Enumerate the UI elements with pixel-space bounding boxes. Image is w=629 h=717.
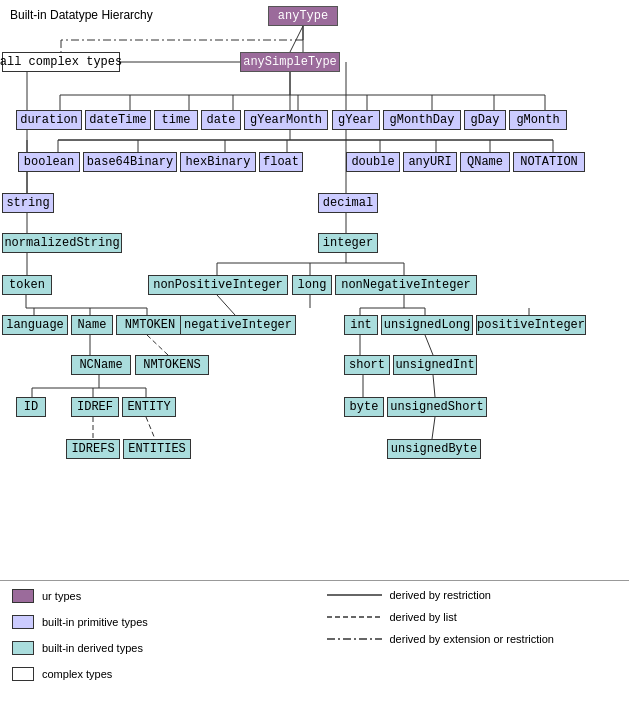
node-NCName: NCName [71, 355, 131, 375]
legend-solid-label: derived by restriction [390, 589, 492, 601]
legend-primitive-types: built-in primitive types [12, 615, 303, 629]
legend-complex-label: complex types [42, 668, 112, 680]
legend-right-column: derived by restriction derived by list d… [315, 581, 630, 717]
node-boolean: boolean [18, 152, 80, 172]
node-anyURI: anyURI [403, 152, 457, 172]
node-byte: byte [344, 397, 384, 417]
node-token: token [2, 275, 52, 295]
node-base64Binary: base64Binary [83, 152, 177, 172]
legend-derived-types: built-in derived types [12, 641, 303, 655]
node-Name: Name [71, 315, 113, 335]
node-ENTITY: ENTITY [122, 397, 176, 417]
node-anySimpleType: anySimpleType [240, 52, 340, 72]
node-anyType: anyType [268, 6, 338, 26]
legend-ur-types: ur types [12, 589, 303, 603]
node-short: short [344, 355, 390, 375]
node-NOTATION: NOTATION [513, 152, 585, 172]
legend-derived-label: built-in derived types [42, 642, 143, 654]
node-gMonthDay: gMonthDay [383, 110, 461, 130]
node-gYear: gYear [332, 110, 380, 130]
node-normalizedString: normalizedString [2, 233, 122, 253]
node-hexBinary: hexBinary [180, 152, 256, 172]
node-ID: ID [16, 397, 46, 417]
legend-dash-dot-line: derived by extension or restriction [327, 633, 618, 645]
legend-complex-types: complex types [12, 667, 303, 681]
node-unsignedLong: unsignedLong [381, 315, 473, 335]
svg-line-50 [147, 335, 168, 355]
legend-ur-label: ur types [42, 590, 81, 602]
node-IDREF: IDREF [71, 397, 119, 417]
node-dateTime: dateTime [85, 110, 151, 130]
node-IDREFS: IDREFS [66, 439, 120, 459]
legend-solid-line: derived by restriction [327, 589, 618, 601]
node-date: date [201, 110, 241, 130]
svg-line-69 [290, 26, 303, 52]
legend-dash-dot-label: derived by extension or restriction [390, 633, 554, 645]
node-NMTOKEN: NMTOKEN [116, 315, 184, 335]
legend-solid-line-icon [327, 589, 382, 601]
svg-line-66 [425, 335, 433, 355]
node-duration: duration [16, 110, 82, 130]
svg-line-67 [433, 375, 435, 397]
legend-dash-dot-line-icon [327, 633, 382, 645]
node-nonNegativeInteger: nonNegativeInteger [335, 275, 477, 295]
node-unsignedInt: unsignedInt [393, 355, 477, 375]
node-positiveInteger: positiveInteger [476, 315, 586, 335]
legend-box-ur [12, 589, 34, 603]
node-gDay: gDay [464, 110, 506, 130]
legend-dashed-line: derived by list [327, 611, 618, 623]
node-language: language [2, 315, 68, 335]
node-string: string [2, 193, 54, 213]
legend-box-primitive [12, 615, 34, 629]
node-int: int [344, 315, 378, 335]
svg-line-49 [146, 417, 155, 439]
node-allComplexTypes: all complex types [2, 52, 120, 72]
node-NMTOKENS: NMTOKENS [135, 355, 209, 375]
svg-line-3 [290, 26, 303, 52]
legend-box-derived [12, 641, 34, 655]
diagram-title: Built-in Datatype Hierarchy [10, 8, 153, 22]
legend-dashed-line-icon [327, 611, 382, 623]
node-negativeInteger: negativeInteger [180, 315, 296, 335]
node-gMonth: gMonth [509, 110, 567, 130]
svg-line-68 [432, 417, 435, 439]
node-unsignedByte: unsignedByte [387, 439, 481, 459]
node-nonPositiveInteger: nonPositiveInteger [148, 275, 288, 295]
legend-left-column: ur types built-in primitive types built-… [0, 581, 315, 717]
node-integer: integer [318, 233, 378, 253]
diagram-container: Built-in Datatype Hierarchy [0, 0, 629, 580]
node-float: float [259, 152, 303, 172]
legend-box-complex [12, 667, 34, 681]
legend-primitive-label: built-in primitive types [42, 616, 148, 628]
node-ENTITIES: ENTITIES [123, 439, 191, 459]
svg-line-57 [217, 295, 235, 315]
node-QName: QName [460, 152, 510, 172]
node-unsignedShort: unsignedShort [387, 397, 487, 417]
node-double: double [346, 152, 400, 172]
legend-dashed-label: derived by list [390, 611, 457, 623]
node-time: time [154, 110, 198, 130]
node-long: long [292, 275, 332, 295]
node-gYearMonth: gYearMonth [244, 110, 328, 130]
legend: ur types built-in primitive types built-… [0, 580, 629, 717]
node-decimal: decimal [318, 193, 378, 213]
